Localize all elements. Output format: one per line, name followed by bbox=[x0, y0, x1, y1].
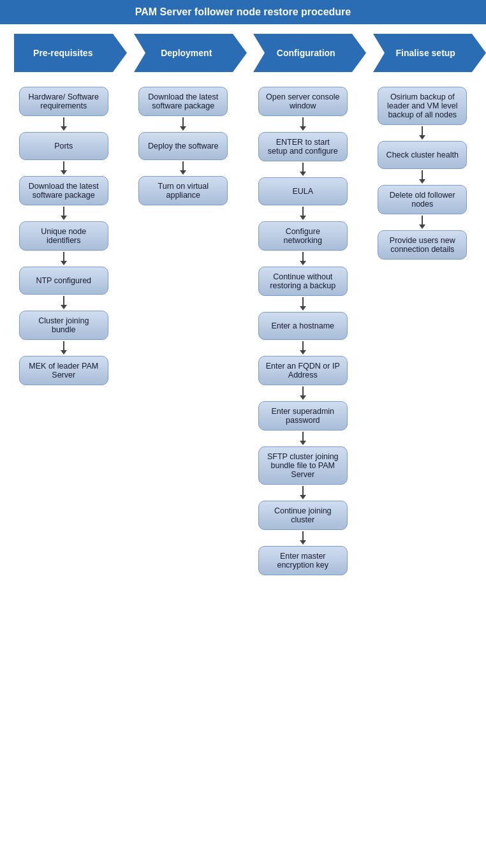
step-box: Check cluster health bbox=[378, 141, 467, 169]
arrow-connector bbox=[61, 252, 67, 265]
arrow-connector bbox=[300, 531, 306, 545]
arrow-shape-deployment: Deployment bbox=[134, 34, 233, 72]
step-box: Enter superadmin password bbox=[258, 401, 348, 430]
arrow-header-configuration: Configuration bbox=[252, 31, 354, 75]
arrow-connector bbox=[180, 161, 186, 175]
arrow-connector bbox=[300, 252, 306, 265]
step-box: NTP configured bbox=[19, 267, 108, 295]
arrow-connector bbox=[419, 126, 425, 140]
arrow-connector bbox=[300, 297, 306, 311]
step-box: Download the latest software package bbox=[138, 87, 228, 116]
step-box: Osirium backup of leader and VM level ba… bbox=[378, 87, 467, 125]
arrow-shape-configuration: Configuration bbox=[253, 34, 352, 72]
step-box: ENTER to start setup and configure bbox=[258, 132, 348, 161]
columns-container: Pre-requisites Hardware/ Software requir… bbox=[0, 24, 486, 588]
column-label-finalise: Finalise setup bbox=[385, 48, 460, 58]
step-box: Turn on virtual appliance bbox=[138, 176, 228, 205]
arrow-connector bbox=[300, 117, 306, 131]
step-box: Enter master encryption key bbox=[258, 546, 348, 575]
arrow-connector bbox=[300, 163, 306, 176]
step-box: Deploy the software bbox=[138, 132, 228, 160]
arrow-connector bbox=[61, 296, 67, 309]
step-box: MEK of leader PAM Server bbox=[19, 356, 108, 385]
step-box: Enter an FQDN or IP Address bbox=[258, 356, 348, 385]
arrow-connector bbox=[61, 341, 67, 355]
step-box: Ports bbox=[19, 132, 108, 160]
arrow-connector bbox=[419, 216, 425, 229]
step-box: Configure networking bbox=[258, 221, 348, 251]
arrow-header-deployment: Deployment bbox=[132, 31, 234, 75]
step-box: Cluster joining bundle bbox=[19, 311, 108, 340]
arrow-connector bbox=[61, 161, 67, 175]
step-box: Unique node identifiers bbox=[19, 221, 108, 251]
arrow-shape-prerequisites: Pre-requisites bbox=[14, 34, 113, 72]
column-prerequisites: Pre-requisites Hardware/ Software requir… bbox=[8, 31, 119, 385]
step-box: EULA bbox=[258, 177, 348, 205]
step-box: Enter a hostname bbox=[258, 312, 348, 340]
column-label-prerequisites: Pre-requisites bbox=[29, 48, 98, 58]
step-box: Hardware/ Software requirements bbox=[19, 87, 108, 116]
column-finalise: Finalise setup Osirium backup of leader … bbox=[367, 31, 478, 260]
arrow-connector bbox=[300, 207, 306, 220]
arrow-header-finalise: Finalise setup bbox=[371, 31, 473, 75]
column-deployment: Deployment Download the latest software … bbox=[128, 31, 239, 205]
column-label-configuration: Configuration bbox=[265, 48, 341, 58]
step-box: Provide users new connection details bbox=[378, 230, 467, 260]
arrow-header-prerequisites: Pre-requisites bbox=[13, 31, 115, 75]
step-box: Open server console window bbox=[258, 87, 348, 116]
step-box: Continue joining cluster bbox=[258, 501, 348, 530]
arrow-connector bbox=[300, 432, 306, 445]
arrow-connector bbox=[300, 486, 306, 499]
arrow-connector bbox=[419, 170, 425, 184]
arrow-connector bbox=[300, 341, 306, 355]
step-box: SFTP cluster joining bundle file to PAM … bbox=[258, 446, 348, 485]
column-label-deployment: Deployment bbox=[149, 48, 217, 58]
page: PAM Server follower node restore procedu… bbox=[0, 0, 486, 588]
arrow-connector bbox=[61, 117, 67, 131]
step-box: Continue without restoring a backup bbox=[258, 267, 348, 296]
arrow-connector bbox=[61, 207, 67, 220]
arrow-connector bbox=[300, 386, 306, 400]
step-box: Delete old follower nodes bbox=[378, 185, 467, 214]
column-configuration: Configuration Open server console window… bbox=[247, 31, 358, 575]
arrow-shape-finalise: Finalise setup bbox=[373, 34, 472, 72]
step-box: Download the latest software package bbox=[19, 176, 108, 205]
page-title: PAM Server follower node restore procedu… bbox=[0, 0, 486, 24]
arrow-connector bbox=[180, 117, 186, 131]
